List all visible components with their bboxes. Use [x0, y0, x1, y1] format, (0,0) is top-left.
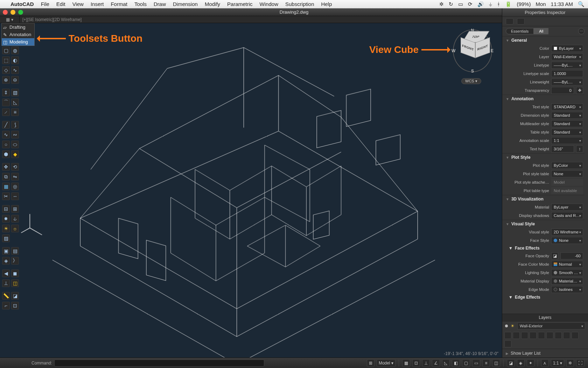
spot-light-tool[interactable]: ◼ [11, 270, 19, 277]
osnap3d-button[interactable]: ◧ [452, 359, 460, 367]
trim-tool[interactable]: ✂ [2, 192, 10, 200]
prop-layer-value[interactable]: Wall-Exterior [551, 53, 583, 60]
extend-tool[interactable]: ↔ [11, 192, 19, 200]
line-tool[interactable]: ╱ [2, 121, 10, 129]
section-plane-tool[interactable]: ⊞ [11, 205, 19, 213]
parametric-menu[interactable]: Parametric [227, 1, 253, 7]
spotlight-icon[interactable]: 🔍 [578, 1, 584, 7]
section-plotstyle[interactable]: ▼Plot Style [502, 153, 584, 161]
prop-material-value[interactable]: ByLayer [551, 204, 583, 211]
annomon-button[interactable]: ⋏ [541, 359, 549, 367]
sweep-tool[interactable]: ∿ [11, 66, 19, 74]
visual-style-tool[interactable]: 》 [11, 257, 19, 265]
section-general[interactable]: ▼General [502, 36, 584, 44]
view-menu[interactable]: View [72, 1, 84, 7]
dimension-menu[interactable]: Dimension [173, 1, 198, 7]
view-tool[interactable]: ◈ [2, 257, 10, 265]
edit-menu[interactable]: Edit [56, 1, 65, 7]
prop-textstyle-value[interactable]: STANDARD [551, 103, 583, 110]
extrude-tool[interactable]: ⬚ [2, 56, 10, 64]
prop-matdisplay-value[interactable]: Material… [551, 278, 583, 285]
section-3dviz[interactable]: ▼3D Visualization [502, 195, 584, 203]
layer-tool-9[interactable] [572, 332, 579, 339]
prop-linetype-value[interactable]: —— ByL… [551, 62, 583, 69]
window-menu[interactable]: Window [260, 1, 278, 7]
layer-freeze-icon[interactable]: ☀ [511, 323, 514, 328]
circle-tool[interactable]: ○ [2, 141, 10, 148]
prop-plottable-value[interactable]: None [551, 170, 583, 177]
mirror-tool[interactable]: ⇋ [11, 173, 19, 180]
subtract-tool[interactable]: ⊖ [11, 76, 19, 84]
drawing-canvas[interactable]: Toolsets Button View Cube [20, 23, 502, 357]
subsection-edge-effects[interactable]: ▼Edge Effects [502, 294, 584, 301]
minimize-window-button[interactable] [10, 10, 15, 15]
ucs-tool[interactable]: ⊥ [2, 279, 10, 287]
model-space-button[interactable]: Model ▾ [377, 359, 396, 367]
copy-tool[interactable]: ⧉ [2, 173, 10, 180]
section-tool[interactable]: ⊟ [2, 205, 10, 213]
selection-cyc-button[interactable]: ◈ [517, 359, 525, 367]
layer-tool-7[interactable] [555, 332, 562, 339]
layer-visibility-icon[interactable] [505, 325, 508, 327]
close-window-button[interactable] [3, 10, 8, 15]
patch-tool[interactable]: ◆ [11, 150, 19, 158]
app-menu[interactable]: AutoCAD [10, 1, 34, 7]
material-tool[interactable]: ▨ [2, 234, 10, 242]
layout-grid-button[interactable]: ⊞ [367, 359, 374, 367]
transparency-layers-icon[interactable]: ❖ [576, 87, 583, 94]
layer-tool-6[interactable] [546, 332, 553, 339]
timemachine-icon[interactable]: ↻ [449, 1, 453, 7]
chamfer-tool[interactable]: ◺ [11, 98, 19, 106]
otrack-button[interactable]: ▢ [462, 359, 470, 367]
clock-day[interactable]: Mon [536, 1, 546, 7]
arc-tool[interactable]: ⟆ [11, 121, 19, 129]
tab-essentials[interactable]: Essentials [506, 28, 534, 34]
layer-tool-2[interactable] [513, 332, 520, 339]
explode-tool[interactable]: ✸ [2, 215, 10, 223]
layer-tool-4[interactable] [530, 332, 537, 339]
subscription-menu[interactable]: Subscription [285, 1, 314, 7]
prop-dimstyle-value[interactable]: Standard [551, 112, 583, 119]
insert-menu[interactable]: Insert [91, 1, 104, 7]
format-menu[interactable]: Format [111, 1, 127, 7]
inspector-mode-properties-icon[interactable] [506, 18, 513, 25]
script-icon[interactable]: ✲ [439, 1, 444, 7]
wifi-icon[interactable]: ⏚ [489, 1, 492, 7]
join-tool[interactable]: ⫝ [11, 215, 19, 223]
transparency-button[interactable]: ◫ [492, 359, 500, 367]
prop-color-value[interactable]: ByLayer [551, 45, 583, 52]
network-tool[interactable]: ⬢ [2, 150, 10, 158]
ortho-button[interactable]: ⊥ [422, 359, 430, 367]
file-menu[interactable]: File [41, 1, 49, 7]
union-tool[interactable]: ⊕ [2, 76, 10, 84]
polysolid-tool[interactable]: ◍ [11, 47, 19, 54]
analyze-tool[interactable]: ◪ [11, 292, 19, 300]
section-annotation[interactable]: ▼Annotation [502, 95, 584, 103]
layer-tool-8[interactable] [563, 332, 570, 339]
prop-annoscale-value[interactable]: 1:1 [551, 137, 583, 144]
prop-faceopacity-value[interactable]: -60 [560, 252, 583, 259]
ucs-world-tool[interactable]: ◫ [11, 279, 19, 287]
planar-tool[interactable]: ▧ [11, 89, 19, 96]
prop-mleaderstyle-value[interactable]: Standard [551, 120, 583, 127]
lwt-button[interactable]: ≡ [482, 359, 490, 367]
prop-plotstyle-value[interactable]: ByColor [551, 162, 583, 169]
zoom-window-button[interactable] [18, 10, 23, 15]
osnap-button[interactable]: ◺ [442, 359, 450, 367]
presspull-tool[interactable]: ⇕ [2, 89, 10, 96]
prop-lightstyle-value[interactable]: Smooth … [551, 269, 583, 276]
help-menu[interactable]: Help [321, 1, 332, 7]
rotate-tool[interactable]: ⟲ [11, 163, 19, 171]
anno-scale-button[interactable]: 1:1 ▾ [551, 359, 564, 367]
layer-tool-5[interactable] [538, 332, 545, 339]
modify-menu[interactable]: Modify [205, 1, 220, 7]
tab-all[interactable]: All [534, 28, 548, 34]
snap-button[interactable]: ⊡ [412, 359, 420, 367]
viewport-label[interactable]: [+][SE Isometric][2D Wireframe] [20, 17, 84, 22]
box-tool[interactable]: ▢ [2, 47, 10, 54]
snap-grid-button[interactable]: ▦ [402, 359, 410, 367]
render-tool[interactable]: ▤ [11, 247, 19, 255]
draw-menu[interactable]: Draw [154, 1, 166, 7]
array-tool[interactable]: ▦ [2, 183, 10, 190]
compass-e[interactable]: E [491, 48, 493, 53]
